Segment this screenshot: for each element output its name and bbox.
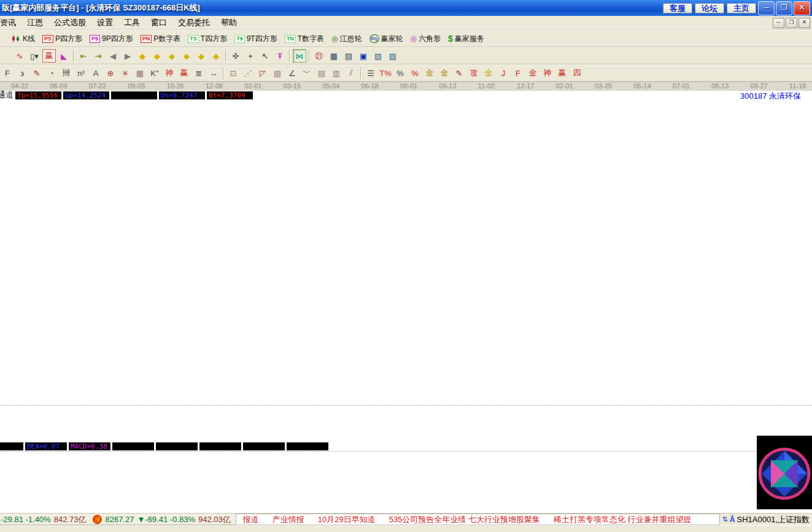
draw-star-grid[interactable]: ✳ bbox=[118, 66, 132, 80]
toolbar-item-p-shuzibiao[interactable]: PNP数字表 bbox=[137, 33, 185, 45]
draw-fan-lines[interactable]: ⋰ bbox=[241, 66, 255, 80]
draw-slant-lines[interactable]: ⫽ bbox=[344, 66, 358, 80]
menu-item-5[interactable]: 窗口 bbox=[145, 16, 172, 29]
toolbar-item-t-sifangxing[interactable]: TST四方形 bbox=[184, 33, 231, 45]
quick-hand-tool[interactable]: ✜ bbox=[229, 49, 242, 63]
quick-diamond-right[interactable]: ◆ bbox=[150, 49, 164, 63]
draw-ruler-123[interactable]: ≣ bbox=[192, 66, 206, 80]
title-button-0[interactable]: 客服 bbox=[663, 3, 692, 13]
toolbar-item-kline[interactable]: K线 bbox=[7, 33, 39, 45]
draw-n-squared[interactable]: n² bbox=[74, 66, 88, 80]
quick-t-purple-tool[interactable]: Ŧ bbox=[273, 49, 287, 63]
mdi-control-2[interactable]: ✕ bbox=[798, 18, 810, 28]
menu-item-2[interactable]: 公式选股 bbox=[48, 16, 91, 29]
news-ticker[interactable]: 报道产业情报10月29日早知道535公司预告全年业绩 七大行业预增股聚集稀土打黑… bbox=[236, 514, 720, 525]
mdi-control-1[interactable]: ❐ bbox=[786, 18, 797, 28]
draw-gong-red[interactable]: 攻 bbox=[467, 66, 481, 80]
quick-diamond-left[interactable]: ◆ bbox=[136, 49, 149, 63]
draw-grid-a[interactable]: ▤ bbox=[315, 66, 328, 80]
quick-last-page[interactable]: ⇥ bbox=[91, 49, 105, 63]
draw-box-grid[interactable]: ▦ bbox=[133, 66, 147, 80]
draw-brush[interactable]: ✎ bbox=[30, 66, 44, 80]
draw-gold-lines[interactable]: 金 bbox=[438, 66, 451, 80]
toolbar-item-t-shuzibiao[interactable]: TNT数字表 bbox=[281, 33, 328, 45]
draw-pencil-red[interactable]: ✎ bbox=[452, 66, 466, 80]
toolbar-item-clipped-item[interactable]: 央 bbox=[0, 33, 7, 45]
draw-ying-red[interactable]: 赢 bbox=[177, 66, 191, 80]
mdi-control-0[interactable]: ─ bbox=[773, 18, 784, 28]
quick-pointer-a-tool[interactable]: ↖ bbox=[258, 49, 272, 63]
quick-teal-tool[interactable]: ⋈ bbox=[293, 49, 306, 63]
toolbar-item-9p-sifangxing[interactable]: P99P四方形 bbox=[86, 33, 137, 45]
draw-gold-yellow[interactable]: 金 bbox=[482, 66, 495, 80]
draw-spiral[interactable]: ϶ bbox=[15, 66, 29, 80]
draw-meter[interactable]: ☰ bbox=[364, 66, 377, 80]
toolbar-item-liujiaoxing[interactable]: ◎六角形 bbox=[407, 33, 444, 45]
menu-item-6[interactable]: 交易委托 bbox=[172, 16, 215, 29]
news-item-1[interactable]: 产业情报 bbox=[273, 514, 304, 525]
title-button-1[interactable]: 论坛 bbox=[695, 3, 724, 13]
draw-v-dots[interactable]: ﹀ bbox=[300, 66, 314, 80]
draw-width-arrow[interactable]: ↔ bbox=[207, 66, 220, 80]
draw-clock-circle[interactable]: ◔ bbox=[45, 66, 58, 80]
draw-gold-circle[interactable]: 金 bbox=[423, 66, 436, 80]
quick-calendar-21[interactable]: ㉑ bbox=[312, 49, 326, 63]
menu-item-0[interactable]: 资讯 bbox=[0, 16, 21, 29]
quick-export-2[interactable]: ▨ bbox=[386, 49, 400, 63]
draw-shen-angle[interactable]: 神 bbox=[541, 66, 554, 80]
draw-percent-red[interactable]: % bbox=[408, 66, 422, 80]
menu-item-3[interactable]: 设置 bbox=[91, 16, 118, 29]
menu-item-4[interactable]: 工具 bbox=[118, 16, 145, 29]
quick-candle-style-dropdown[interactable]: ▯▾ bbox=[28, 49, 41, 63]
minimize-button[interactable]: ─ bbox=[758, 1, 775, 15]
close-button[interactable]: ✕ bbox=[794, 1, 810, 15]
quick-diamond-cross[interactable]: ◆ bbox=[180, 49, 193, 63]
quick-trend-zigzag[interactable]: ∿ bbox=[13, 49, 26, 63]
quick-notes[interactable]: ▤ bbox=[342, 49, 355, 63]
draw-t-percent[interactable]: T% bbox=[379, 66, 392, 80]
draw-tick-ruler[interactable]: 卌 bbox=[60, 66, 73, 80]
quick-color-chart[interactable]: ◣ bbox=[57, 49, 71, 63]
news-item-4[interactable]: 稀土打黑专项常态化 行业兼并重组望提 bbox=[554, 514, 692, 525]
draw-a-line[interactable]: A bbox=[89, 66, 102, 80]
draw-percent[interactable]: % bbox=[393, 66, 407, 80]
draw-gold-angle[interactable]: 金 bbox=[526, 66, 539, 80]
quick-stamp-tool[interactable]: 赢 bbox=[42, 49, 56, 63]
menu-item-1[interactable]: 江恩 bbox=[21, 16, 48, 29]
draw-fan-box[interactable]: ◸ bbox=[256, 66, 269, 80]
quick-diamond-h[interactable]: ◆ bbox=[165, 49, 179, 63]
draw-f-angle[interactable]: F bbox=[511, 66, 525, 80]
draw-shen-red[interactable]: 神 bbox=[163, 66, 176, 80]
draw-ying-angle[interactable]: 赢 bbox=[555, 66, 569, 80]
draw-j-angle[interactable]: J bbox=[497, 66, 510, 80]
index-selector[interactable]: ⇅ Å SH1A0001,上证指数 bbox=[720, 514, 812, 525]
quick-diamond-up[interactable]: ◆ bbox=[209, 49, 223, 63]
toolbar-item-yingjialun[interactable]: Big赢家轮 bbox=[366, 33, 407, 45]
toolbar-item-yingjiafuwu[interactable]: $赢家服务 bbox=[444, 33, 488, 45]
main-kline-chart[interactable] bbox=[0, 99, 812, 405]
news-item-0[interactable]: 报道 bbox=[243, 514, 259, 525]
draw-shade-box[interactable]: ▨ bbox=[271, 66, 284, 80]
draw-grid-b[interactable]: ▥ bbox=[330, 66, 343, 80]
draw-box-tool[interactable]: ⊡ bbox=[226, 66, 240, 80]
volume-pane[interactable] bbox=[0, 405, 812, 441]
quick-next-bar[interactable]: ▶ bbox=[121, 49, 134, 63]
macd-pane[interactable] bbox=[0, 451, 812, 513]
draw-k-marks[interactable]: K″ bbox=[148, 66, 161, 80]
title-button-2[interactable]: 主页 bbox=[727, 3, 756, 13]
draw-gann-f[interactable]: F bbox=[1, 66, 14, 80]
quick-crosshair-tool[interactable]: + bbox=[244, 49, 257, 63]
quick-diamond-star[interactable]: ◆ bbox=[195, 49, 208, 63]
news-item-3[interactable]: 535公司预告全年业绩 七大行业预增股聚集 bbox=[389, 514, 540, 525]
draw-circle-cross[interactable]: ⊕ bbox=[104, 66, 117, 80]
quick-prev-bar[interactable]: ◀ bbox=[106, 49, 120, 63]
toolbar-item-jiangenlun[interactable]: ◎江恩轮 bbox=[328, 33, 365, 45]
quick-first-page[interactable]: ⇤ bbox=[77, 49, 90, 63]
toolbar-item-p-sifangxing[interactable]: PSP四方形 bbox=[39, 33, 86, 45]
toolbar-item-9t-sifangxing[interactable]: T99T四方形 bbox=[231, 33, 281, 45]
quick-save-disk[interactable]: ▣ bbox=[357, 49, 370, 63]
restore-button[interactable]: ❐ bbox=[776, 1, 792, 15]
menu-item-7[interactable]: 帮助 bbox=[215, 16, 242, 29]
draw-si-angle[interactable]: 四 bbox=[570, 66, 584, 80]
news-item-2[interactable]: 10月29日早知道 bbox=[318, 514, 376, 525]
